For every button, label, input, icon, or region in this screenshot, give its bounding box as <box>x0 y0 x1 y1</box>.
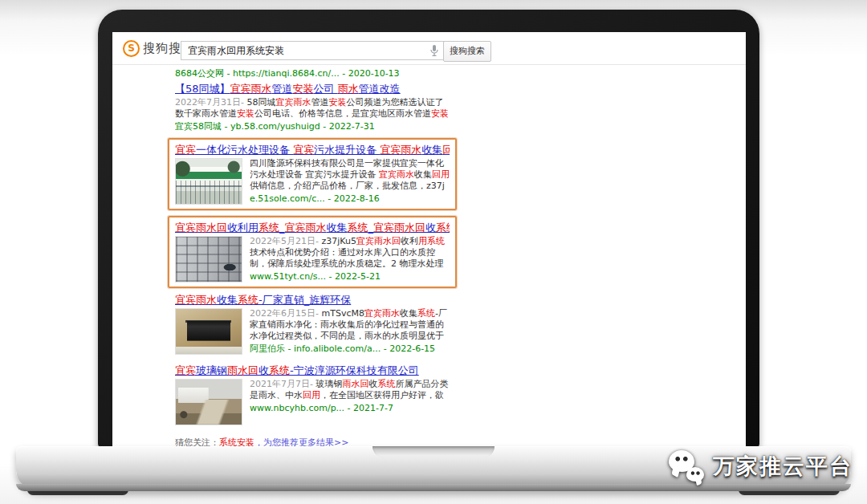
highlight-box-1: 宜宾一体化污水处理设备 宜宾污水提升设备 宜宾雨水收集回用 四川隆源环保科技有限… <box>168 138 457 210</box>
search-result-5: 宜宾玻璃钢雨水回收系统-宁波淳源环保科技有限公司 2021年7月7日- 玻璃钢雨… <box>175 364 450 425</box>
search-button[interactable]: 搜狗搜索 <box>443 41 491 62</box>
result-source: 阿里伯乐 - info.alibole.com/a... - 2022-6-15 <box>250 343 450 355</box>
result-description: 2021年7月7日- 玻璃钢雨水回收系统所属产品分类是雨水、中水回用，在全国地区… <box>250 379 450 401</box>
result-title[interactable]: 【58同城】宜宾雨水管道安装公司 雨水管道改造 <box>175 83 450 95</box>
partial-result-source: 8684公交网 - https://tianqi.8684.cn/... - 2… <box>175 65 450 79</box>
search-result-4: 宜宾雨水收集系统-厂家直销_旌辉环保 2022年6月15日- mTSvcM8宜宾… <box>175 294 450 355</box>
result-description: 2022年7月31日- 58同城宜宾雨水管道安装公司频道为您精选认证了数千家雨水… <box>175 97 450 120</box>
search-result-2: 宜宾一体化污水处理设备 宜宾污水提升设备 宜宾雨水收集回用 四川隆源环保科技有限… <box>175 144 450 205</box>
result-description: 四川隆源环保科技有限公司是一家提供宜宾一体化污水处理设备 宜宾污水提升设备 宜宾… <box>250 158 450 192</box>
result-source: e.51sole.com/c... - 2022-8-16 <box>250 193 450 205</box>
result-title[interactable]: 宜宾雨水回收利用系统_宜宾雨水收集系统_宜宾雨水回收系统_环保行... <box>175 222 450 234</box>
result-thumbnail-water-tanks[interactable] <box>175 236 242 282</box>
wechat-icon <box>669 449 707 484</box>
search-input[interactable]: 宜宾雨水回用系统安装 <box>181 41 450 60</box>
search-header: S 搜狗搜索 宜宾雨水回用系统安装 搜狗搜索 <box>112 32 746 65</box>
result-thumbnail-collection-module[interactable] <box>175 308 242 355</box>
search-result-1: 【58同城】宜宾雨水管道安装公司 雨水管道改造 2022年7月31日- 58同城… <box>175 83 450 132</box>
result-title[interactable]: 宜宾一体化污水处理设备 宜宾污水提升设备 宜宾雨水收集回用 <box>175 144 450 156</box>
browser-viewport: S 搜狗搜索 宜宾雨水回用系统安装 搜狗搜索 8684公交网 - https:/… <box>112 32 746 447</box>
result-thumbnail-facility[interactable] <box>175 158 242 205</box>
result-thumbnail-construction-site[interactable] <box>175 379 242 425</box>
result-source: 宜宾58同城 - yb.58.com/yushuigd - 2022-7-31 <box>175 121 450 132</box>
search-result-3: 宜宾雨水回收利用系统_宜宾雨水收集系统_宜宾雨水回收系统_环保行... 2022… <box>175 222 450 282</box>
highlight-box-2: 宜宾雨水回收利用系统_宜宾雨水收集系统_宜宾雨水回收系统_环保行... 2022… <box>168 216 457 288</box>
watermark-text: 万家推云平台 <box>713 452 853 481</box>
watermark: 万家推云平台 <box>669 445 853 488</box>
search-results: 8684公交网 - https://tianqi.8684.cn/... - 2… <box>175 65 450 447</box>
result-description: 2022年6月15日- mTSvcM8宜宾雨水收集系统-厂家直销雨水净化：雨水收… <box>250 308 450 342</box>
result-source: www.nbcyhb.com/p... - 2021-7-7 <box>250 403 450 414</box>
result-source: www.51tyt.cn/s... - 2022-5-21 <box>250 271 450 282</box>
laptop-screen-bezel: S 搜狗搜索 宜宾雨水回用系统安装 搜狗搜索 8684公交网 - https:/… <box>98 10 759 449</box>
result-description: 2022年5月21日- z37jKu5宜宾雨水回收利用系统技术特点和优势介绍：通… <box>250 236 450 270</box>
result-title[interactable]: 宜宾玻璃钢雨水回收系统-宁波淳源环保科技有限公司 <box>175 364 450 376</box>
sogou-s-icon: S <box>123 40 140 57</box>
result-title[interactable]: 宜宾雨水收集系统-厂家直销_旌辉环保 <box>175 294 450 306</box>
microphone-icon[interactable] <box>429 44 439 57</box>
